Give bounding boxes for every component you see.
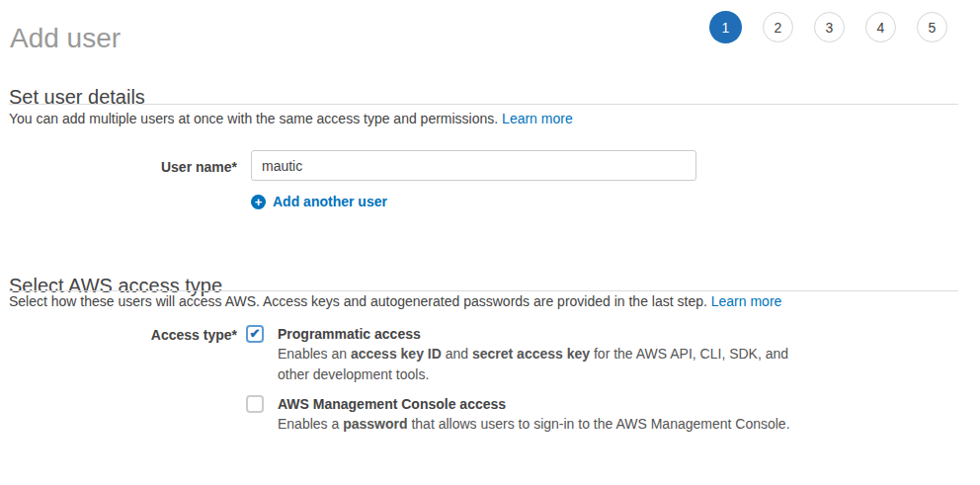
add-another-user-label: Add another user [273,194,387,209]
programmatic-access-description: Enables an access key ID and secret acce… [278,344,788,385]
access-type-label: Access type* [0,327,237,343]
programmatic-access-checkbox[interactable]: ✔ [246,325,264,343]
page-title: Add user [10,22,121,55]
console-access-option: ✔ AWS Management Console access Enables … [246,394,790,435]
desc-bold-text: access key ID [351,346,442,362]
desc-text: Enables an [278,346,351,362]
programmatic-access-option: ✔ Programmatic access Enables an access … [246,324,788,385]
step-indicator-2: 2 [763,12,793,42]
username-input[interactable] [251,150,696,181]
add-another-user-button[interactable]: + Add another user [251,194,387,209]
checkmark-icon: ✔ [250,327,261,340]
username-label: User name* [0,159,237,175]
desc-bold-text: secret access key [472,346,590,362]
step-indicator-4: 4 [865,12,896,42]
learn-more-link-user-details[interactable]: Learn more [502,111,573,126]
desc-text: for the AWS API, CLI, SDK, and [590,346,788,362]
console-access-checkbox[interactable]: ✔ [246,395,264,413]
step-indicator-1-active: 1 [709,11,742,43]
access-type-intro-text: Select how these users will access AWS. … [9,293,707,309]
wizard-step-indicator: 1 2 3 4 5 [709,11,947,43]
desc-bold-text: password [343,416,407,432]
section-divider [9,290,958,291]
console-access-text: AWS Management Console access Enables a … [278,394,790,435]
user-details-intro: You can add multiple users at once with … [9,110,573,127]
desc-text: and [442,346,472,362]
step-indicator-3: 3 [814,12,845,42]
step-indicator-5: 5 [917,12,947,42]
programmatic-access-text: Programmatic access Enables an access ke… [278,324,788,385]
console-access-description: Enables a password that allows users to … [278,414,790,435]
programmatic-access-name[interactable]: Programmatic access [278,324,788,344]
access-type-intro: Select how these users will access AWS. … [9,292,781,310]
desc-text: other development tools. [278,366,429,382]
desc-text: Enables a [278,416,343,432]
user-details-intro-text: You can add multiple users at once with … [9,111,498,126]
add-user-wizard-page: Add user 1 2 3 4 5 Set user details You … [0,0,980,485]
desc-text: that allows users to sign-in to the AWS … [408,416,790,432]
plus-icon: + [251,195,266,209]
section-divider [9,104,958,105]
console-access-name[interactable]: AWS Management Console access [278,394,790,414]
learn-more-link-access-type[interactable]: Learn more [711,293,782,309]
